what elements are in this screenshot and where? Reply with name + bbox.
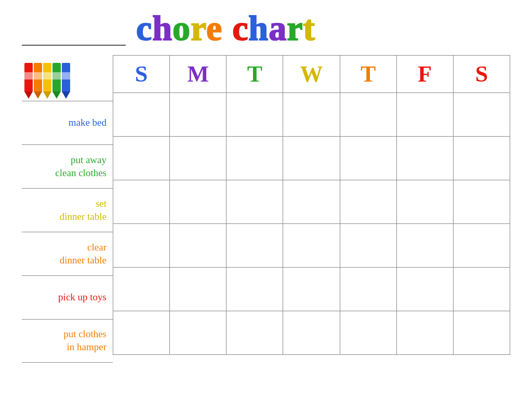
crayon-green xyxy=(52,63,61,99)
cell-put-away-sat[interactable] xyxy=(453,137,510,180)
cell-set-dinner-thu[interactable] xyxy=(340,180,396,224)
chore-label-put-away: put awayclean clothes xyxy=(22,144,113,188)
left-section: make bed put awayclean clothes setdinner… xyxy=(22,55,113,363)
chart-title: chore chart xyxy=(136,10,315,46)
cell-set-dinner-sun[interactable] xyxy=(113,180,170,224)
header: chore chart xyxy=(22,10,510,46)
crayon-green-label xyxy=(52,72,61,79)
cell-pick-up-wed[interactable] xyxy=(283,268,340,311)
chore-row-pick-up xyxy=(113,268,510,311)
crayon-blue-tip xyxy=(62,91,70,99)
cell-make-bed-sun[interactable] xyxy=(113,93,170,137)
cell-clear-dinner-sat[interactable] xyxy=(453,224,510,268)
cell-put-away-fri[interactable] xyxy=(396,137,453,180)
cell-put-away-thu[interactable] xyxy=(340,137,396,180)
cell-put-clothes-tue[interactable] xyxy=(227,311,283,355)
cell-put-away-sun[interactable] xyxy=(113,137,170,180)
cell-set-dinner-mon[interactable] xyxy=(170,180,227,224)
crayon-yellow xyxy=(43,63,52,99)
chore-row-clear-dinner xyxy=(113,224,510,268)
name-line[interactable] xyxy=(22,27,126,46)
day-saturday: S xyxy=(453,56,510,93)
cell-pick-up-fri[interactable] xyxy=(396,268,453,311)
cell-make-bed-thu[interactable] xyxy=(340,93,396,137)
crayon-area xyxy=(22,55,113,101)
cell-make-bed-fri[interactable] xyxy=(396,93,453,137)
cell-put-away-tue[interactable] xyxy=(227,137,283,180)
day-thursday: T xyxy=(340,56,396,93)
crayon-blue xyxy=(61,63,71,99)
cell-clear-dinner-fri[interactable] xyxy=(396,224,453,268)
crayon-red xyxy=(24,63,33,99)
cell-pick-up-sat[interactable] xyxy=(453,268,510,311)
chore-label-clear-dinner: cleardinner table xyxy=(22,232,113,275)
day-wednesday: W xyxy=(283,56,340,93)
crayon-red-tip xyxy=(24,91,33,99)
cell-pick-up-thu[interactable] xyxy=(340,268,396,311)
cell-set-dinner-tue[interactable] xyxy=(227,180,283,224)
cell-set-dinner-sat[interactable] xyxy=(453,180,510,224)
crayon-red-label xyxy=(24,72,33,79)
cell-make-bed-mon[interactable] xyxy=(170,93,227,137)
cell-clear-dinner-sun[interactable] xyxy=(113,224,170,268)
cell-put-clothes-wed[interactable] xyxy=(283,311,340,355)
cell-clear-dinner-mon[interactable] xyxy=(170,224,227,268)
cell-clear-dinner-thu[interactable] xyxy=(340,224,396,268)
chore-row-make-bed xyxy=(113,93,510,137)
cell-make-bed-wed[interactable] xyxy=(283,93,340,137)
cell-pick-up-mon[interactable] xyxy=(170,268,227,311)
cell-clear-dinner-wed[interactable] xyxy=(283,224,340,268)
crayon-orange-tip xyxy=(34,91,42,99)
day-tuesday: T xyxy=(227,56,283,93)
cell-pick-up-tue[interactable] xyxy=(227,268,283,311)
chore-label-pick-up: pick up toys xyxy=(22,275,113,319)
chore-label-set-dinner: setdinner table xyxy=(22,188,113,232)
chore-row-put-away xyxy=(113,137,510,180)
cell-put-clothes-sun[interactable] xyxy=(113,311,170,355)
cell-pick-up-sun[interactable] xyxy=(113,268,170,311)
cell-set-dinner-fri[interactable] xyxy=(396,180,453,224)
day-sunday: S xyxy=(113,56,170,93)
cell-put-clothes-mon[interactable] xyxy=(170,311,227,355)
crayon-orange-body xyxy=(34,63,42,91)
cell-set-dinner-wed[interactable] xyxy=(283,180,340,224)
crayon-red-body xyxy=(24,63,33,91)
day-monday: M xyxy=(170,56,227,93)
crayon-yellow-tip xyxy=(43,91,51,99)
days-header-row: S M T W T F S xyxy=(113,56,510,93)
crayon-yellow-body xyxy=(43,63,51,91)
cell-put-away-mon[interactable] xyxy=(170,137,227,180)
cell-make-bed-sat[interactable] xyxy=(453,93,510,137)
chore-table: S M T W T F S xyxy=(113,55,510,355)
crayon-yellow-label xyxy=(43,72,51,79)
crayon-blue-label xyxy=(62,72,70,79)
crayon-green-body xyxy=(52,63,61,91)
crayon-green-tip xyxy=(52,91,61,99)
crayon-blue-body xyxy=(62,63,70,91)
chore-row-put-clothes xyxy=(113,311,510,355)
chore-label-put-clothes: put clothesin hamper xyxy=(22,319,113,363)
cell-put-clothes-thu[interactable] xyxy=(340,311,396,355)
main-content: make bed put awayclean clothes setdinner… xyxy=(22,55,510,363)
cell-make-bed-tue[interactable] xyxy=(227,93,283,137)
cell-put-away-wed[interactable] xyxy=(283,137,340,180)
chore-label-make-bed: make bed xyxy=(22,101,113,144)
cell-put-clothes-fri[interactable] xyxy=(396,311,453,355)
chore-row-set-dinner xyxy=(113,180,510,224)
crayon-orange-label xyxy=(34,72,42,79)
cell-clear-dinner-tue[interactable] xyxy=(227,224,283,268)
cell-put-clothes-sat[interactable] xyxy=(453,311,510,355)
day-friday: F xyxy=(396,56,453,93)
crayon-orange xyxy=(33,63,43,99)
grid-area: S M T W T F S xyxy=(113,55,510,355)
